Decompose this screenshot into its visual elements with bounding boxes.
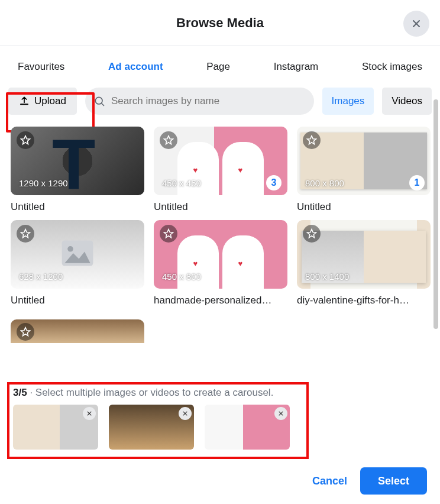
close-icon (278, 410, 284, 417)
tab-instagram[interactable]: Instagram (274, 61, 319, 73)
selection-sep: · (30, 387, 35, 398)
svg-point-2 (67, 246, 73, 252)
search-icon (93, 95, 105, 107)
dialog-header: Browse Media (0, 0, 440, 46)
media-caption: diy-valentine-gifts-for-h… (297, 295, 431, 306)
media-card: 628 x 1200 Untitled (11, 220, 144, 306)
favourite-toggle[interactable] (17, 225, 34, 243)
cancel-button[interactable]: Cancel (312, 475, 347, 487)
tab-ad-account[interactable]: Ad account (108, 61, 163, 73)
favourite-toggle[interactable] (17, 323, 34, 341)
media-thumb[interactable]: T 1290 x 1290 (11, 127, 144, 195)
media-card: 800 x 800 1 Untitled (297, 127, 431, 213)
search-input[interactable] (85, 88, 314, 115)
annotation-highlight-selection: 3/5 · Select multiple images or videos t… (7, 382, 309, 459)
remove-selection-button[interactable] (179, 407, 192, 420)
media-thumb[interactable]: 800 x 1400 (297, 220, 431, 289)
dimensions-label: 800 x 1400 (305, 272, 349, 282)
toolbar: Upload Images Videos (0, 88, 440, 115)
favourite-toggle[interactable] (160, 225, 177, 243)
upload-button[interactable]: Upload (8, 88, 77, 115)
selection-hint: Select multiple images or videos to crea… (35, 387, 274, 398)
usage-count-badge: 3 (266, 175, 282, 190)
image-placeholder-icon (60, 239, 95, 270)
media-caption: Untitled (11, 201, 144, 213)
media-caption: Untitled (154, 201, 287, 213)
selection-count: 3/5 (13, 387, 27, 398)
media-thumb[interactable]: 800 x 800 1 (297, 127, 431, 195)
dimensions-label: 450 x 450 (162, 178, 201, 188)
selected-thumb[interactable] (13, 405, 98, 450)
star-icon (20, 135, 31, 146)
close-button[interactable] (403, 11, 429, 37)
selected-thumb[interactable] (109, 405, 194, 450)
favourite-toggle[interactable] (303, 131, 321, 149)
upload-icon (19, 96, 30, 106)
filter-images-button[interactable]: Images (322, 88, 374, 115)
media-caption: handmade-personalized… (154, 295, 287, 306)
star-icon (20, 228, 31, 239)
dimensions-label: 450 x 800 (162, 272, 201, 282)
selected-thumbs (13, 405, 303, 450)
favourite-toggle[interactable] (17, 131, 34, 149)
selection-summary: 3/5 · Select multiple images or videos t… (13, 387, 303, 399)
media-grid: T 1290 x 1290 Untitled 450 x 450 3 Untit… (0, 115, 440, 306)
selected-thumb[interactable] (205, 405, 290, 450)
star-icon (306, 228, 317, 239)
media-card: T 1290 x 1290 Untitled (11, 127, 144, 213)
remove-selection-button[interactable] (274, 407, 287, 420)
dialog-footer: Cancel Select (312, 467, 427, 495)
media-thumb[interactable]: 450 x 450 3 (154, 127, 287, 195)
star-icon (163, 135, 174, 146)
select-button[interactable]: Select (360, 467, 427, 495)
tab-page[interactable]: Page (206, 61, 230, 73)
remove-selection-button[interactable] (83, 407, 96, 420)
usage-count-badge: 1 (409, 175, 425, 190)
favourite-toggle[interactable] (160, 131, 177, 149)
star-icon (306, 135, 317, 146)
dimensions-label: 1290 x 1290 (19, 178, 68, 188)
source-tabs: Favourites Ad account Page Instagram Sto… (0, 46, 440, 88)
media-caption: Untitled (11, 295, 144, 306)
media-thumb[interactable]: 628 x 1200 (11, 220, 144, 289)
media-thumb[interactable] (11, 319, 144, 343)
close-icon (410, 18, 422, 30)
tab-favourites[interactable]: Favourites (18, 61, 64, 73)
media-grid-row-partial (0, 319, 440, 343)
close-icon (182, 410, 188, 417)
dimensions-label: 800 x 800 (305, 178, 344, 188)
media-card: 450 x 800 handmade-personalized… (154, 220, 287, 306)
dimensions-label: 628 x 1200 (19, 272, 63, 282)
star-icon (20, 327, 31, 337)
tab-stock-images[interactable]: Stock images (362, 61, 422, 73)
media-caption: Untitled (297, 201, 431, 213)
media-card: 800 x 1400 diy-valentine-gifts-for-h… (297, 220, 431, 306)
upload-button-label: Upload (34, 95, 66, 107)
star-icon (163, 228, 174, 239)
scrollbar[interactable] (433, 99, 438, 329)
filter-videos-button[interactable]: Videos (382, 88, 432, 115)
browse-media-dialog: Browse Media Favourites Ad account Page … (0, 0, 440, 504)
favourite-toggle[interactable] (303, 225, 321, 243)
dialog-title: Browse Media (176, 15, 264, 31)
search-wrap (85, 88, 314, 115)
media-card: 450 x 450 3 Untitled (154, 127, 287, 213)
close-icon (86, 410, 92, 417)
media-thumb[interactable]: 450 x 800 (154, 220, 287, 289)
